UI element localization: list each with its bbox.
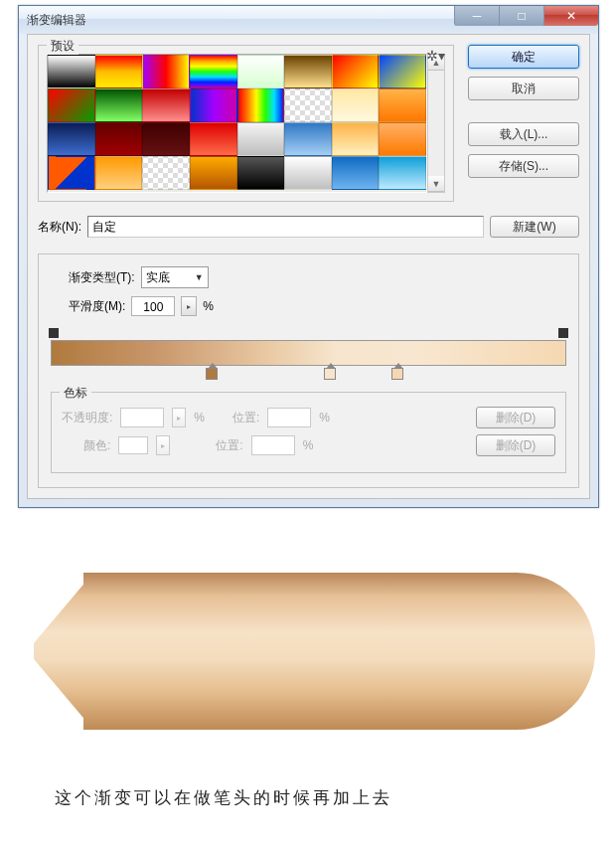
color-stop[interactable] <box>206 368 218 380</box>
scroll-down-icon[interactable]: ▼ <box>428 176 444 192</box>
preset-swatch[interactable] <box>95 122 143 156</box>
preset-swatch[interactable] <box>284 88 332 122</box>
percent-label: % <box>203 299 214 313</box>
name-row: 名称(N): 新建(W) <box>38 216 579 238</box>
color-stop[interactable] <box>391 368 403 380</box>
preset-swatch[interactable] <box>332 122 380 156</box>
preset-swatch[interactable] <box>48 156 95 190</box>
save-button[interactable]: 存储(S)... <box>468 154 579 178</box>
cancel-button[interactable]: 取消 <box>468 77 579 100</box>
delete-opacity-button: 删除(D) <box>476 407 555 428</box>
pencil-body <box>83 573 595 730</box>
gradient-editor-window: 渐变编辑器 ─ □ ✕ 预设 ✲▾ <box>18 5 599 508</box>
smoothness-label: 平滑度(M): <box>69 298 125 315</box>
gear-icon[interactable]: ✲▾ <box>426 48 445 64</box>
maximize-button[interactable]: □ <box>499 6 543 26</box>
preset-swatch[interactable] <box>48 88 95 122</box>
new-button[interactable]: 新建(W) <box>490 216 579 238</box>
preset-swatch[interactable] <box>142 156 190 190</box>
preset-swatch[interactable] <box>237 55 285 88</box>
opacity-stop-left[interactable] <box>49 328 59 338</box>
color-stop[interactable] <box>324 368 336 380</box>
gradient-bar-wrap <box>51 340 566 366</box>
location-input <box>251 435 295 455</box>
opacity-input <box>120 408 164 427</box>
preset-swatch[interactable] <box>237 88 285 122</box>
gradient-type-value: 实底 <box>146 269 170 286</box>
percent-label: % <box>319 411 330 424</box>
gradient-settings: 渐变类型(T): 实底 ▼ 平滑度(M): 100 ▸ % <box>38 254 579 488</box>
preset-swatch[interactable] <box>95 55 143 88</box>
delete-color-button: 删除(D) <box>476 434 555 456</box>
load-button[interactable]: 载入(L)... <box>468 122 579 146</box>
color-chip <box>118 436 148 454</box>
gradient-bar[interactable] <box>51 340 566 366</box>
opacity-label: 不透明度: <box>62 410 112 426</box>
location-label: 位置: <box>232 410 259 426</box>
presets-group: 预设 ✲▾ <box>38 45 454 202</box>
location-input <box>267 408 311 427</box>
preset-swatch[interactable] <box>190 88 237 122</box>
preset-swatch[interactable] <box>237 122 285 156</box>
preset-scrollbar[interactable]: ▲ ▼ <box>427 54 445 193</box>
side-buttons: 确定 取消 载入(L)... 存储(S)... <box>454 45 579 202</box>
preset-swatch[interactable] <box>379 122 426 156</box>
pencil-preview <box>24 573 616 752</box>
preset-swatch[interactable] <box>95 156 143 190</box>
preset-swatch[interactable] <box>95 88 143 122</box>
preset-swatch[interactable] <box>190 156 237 190</box>
preset-swatch[interactable] <box>48 55 95 88</box>
close-button[interactable]: ✕ <box>543 6 598 26</box>
opacity-stop-right[interactable] <box>558 328 568 338</box>
preset-swatch[interactable] <box>142 122 190 156</box>
name-label: 名称(N): <box>38 219 81 236</box>
stops-legend: 色标 <box>60 385 91 402</box>
gradient-type-select[interactable]: 实底 ▼ <box>141 266 209 288</box>
location-label: 位置: <box>216 437 242 454</box>
preset-swatch[interactable] <box>284 156 332 190</box>
window-controls: ─ □ ✕ <box>454 6 598 26</box>
step-icon: ▸ <box>156 435 170 455</box>
chevron-down-icon: ▼ <box>195 272 204 282</box>
preset-swatch[interactable] <box>142 55 190 88</box>
smoothness-step-icon[interactable]: ▸ <box>181 296 197 316</box>
preset-swatch[interactable] <box>379 88 426 122</box>
preset-swatch[interactable] <box>142 88 190 122</box>
presets-legend: 预设 <box>47 38 78 55</box>
caption-text: 这个渐变可以在做笔头的时候再加上去 <box>55 786 616 809</box>
smoothness-input[interactable]: 100 <box>131 296 175 316</box>
preset-swatch[interactable] <box>237 156 285 190</box>
preset-swatch[interactable] <box>379 55 426 88</box>
preset-swatch[interactable] <box>332 156 380 190</box>
percent-label: % <box>303 438 314 452</box>
titlebar[interactable]: 渐变编辑器 ─ □ ✕ <box>19 6 598 34</box>
preset-swatch[interactable] <box>379 156 426 190</box>
name-input[interactable] <box>87 216 484 238</box>
gradient-type-label: 渐变类型(T): <box>69 269 135 286</box>
ok-button[interactable]: 确定 <box>468 45 579 69</box>
preset-swatch[interactable] <box>284 55 332 88</box>
preset-swatch[interactable] <box>284 122 332 156</box>
color-label: 颜色: <box>83 437 110 454</box>
preset-swatch[interactable] <box>48 122 95 156</box>
preset-swatch[interactable] <box>190 122 237 156</box>
percent-label: % <box>194 411 205 424</box>
dialog-content: 预设 ✲▾ <box>27 34 590 499</box>
preset-grid <box>47 54 427 193</box>
preset-swatch[interactable] <box>332 88 380 122</box>
minimize-button[interactable]: ─ <box>454 6 499 26</box>
preset-swatch[interactable] <box>190 55 237 88</box>
step-icon: ▸ <box>172 408 186 427</box>
window-title: 渐变编辑器 <box>27 12 86 29</box>
preset-swatch[interactable] <box>332 55 380 88</box>
scroll-track[interactable] <box>428 71 444 176</box>
stops-group: 色标 不透明度: ▸ % 位置: % 删除(D) 颜色: ▸ 位置: <box>51 392 566 473</box>
